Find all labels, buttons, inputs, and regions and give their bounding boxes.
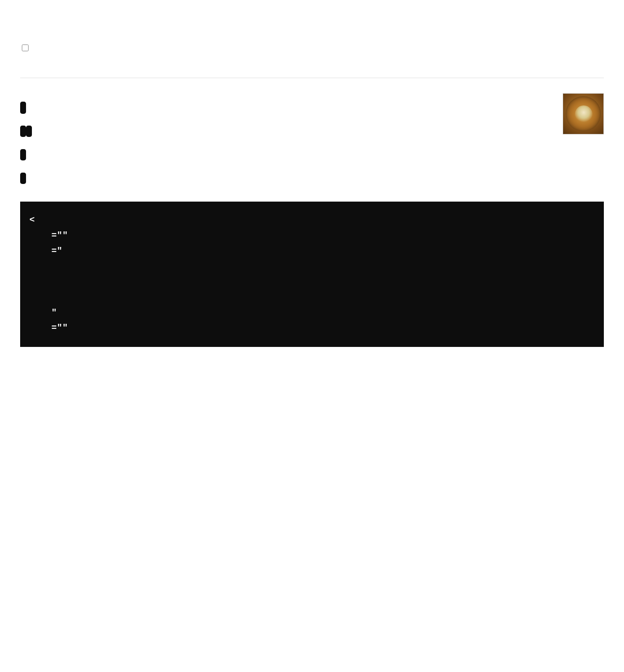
image-thumbnail <box>563 93 604 134</box>
code-punc: " <box>57 246 63 256</box>
code-punc: " <box>63 323 68 333</box>
image-block: < ="" =" " ="" <box>20 99 604 347</box>
code-sizes-badge <box>20 102 26 114</box>
check-subheading <box>20 99 604 114</box>
filter-row <box>20 43 604 52</box>
code-punc: " <box>57 231 63 240</box>
check-paragraph-2 <box>20 147 604 161</box>
check-paragraph-3 <box>20 171 604 185</box>
code-punc: < <box>29 215 35 225</box>
code-sizes-inline-2 <box>20 173 26 184</box>
code-100vw <box>26 126 32 137</box>
code-punc: = <box>51 246 57 256</box>
code-sizes-inline <box>20 126 26 137</box>
code-punc: " <box>57 323 63 333</box>
code-punc: " <box>51 308 57 318</box>
code-punc: = <box>51 323 57 333</box>
check-paragraph-1 <box>20 123 604 138</box>
code-punc: = <box>51 231 57 240</box>
code-sizes-suggestion <box>20 149 26 160</box>
code-block: < ="" =" " ="" <box>20 202 604 347</box>
only-failed-checkbox[interactable] <box>22 45 29 51</box>
code-punc: " <box>63 231 68 240</box>
section-divider <box>20 78 604 78</box>
